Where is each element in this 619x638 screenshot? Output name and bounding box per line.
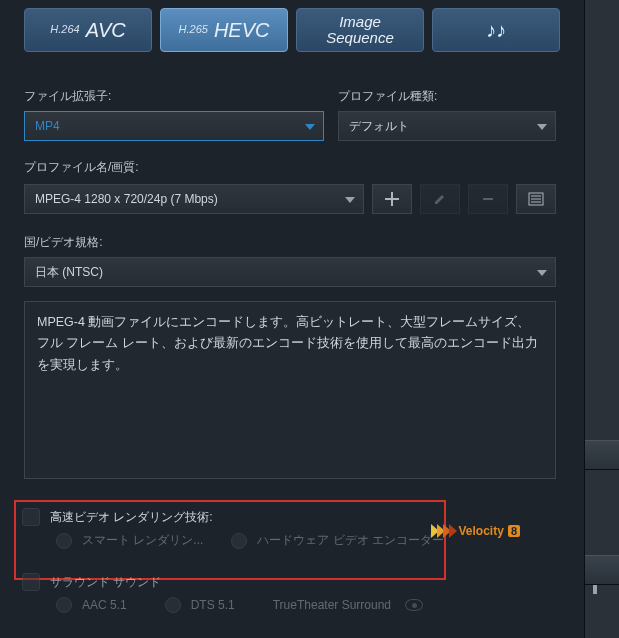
profile-description: MPEG-4 動画ファイルにエンコードします。高ビットレート、大型フレームサイズ… bbox=[24, 301, 556, 479]
radio-dts51 bbox=[165, 597, 181, 613]
remove-profile-button bbox=[468, 184, 508, 214]
tab-image-sequence[interactable]: Image Sequence bbox=[296, 8, 424, 52]
add-profile-button[interactable] bbox=[372, 184, 412, 214]
svg-rect-0 bbox=[483, 198, 493, 200]
radio-smart-rendering bbox=[56, 533, 72, 549]
eye-icon bbox=[405, 599, 423, 611]
minus-icon bbox=[481, 192, 495, 206]
select-file-extension-value: MP4 bbox=[35, 119, 60, 133]
tab-h264-label: AVC bbox=[86, 20, 126, 41]
tab-h264-avc[interactable]: H.264 AVC bbox=[24, 8, 152, 52]
tab-seq-line2: Sequence bbox=[326, 30, 394, 46]
list-icon bbox=[528, 192, 544, 206]
chevron-down-icon bbox=[537, 270, 547, 276]
velocity-badge: Velocity 8 bbox=[431, 524, 520, 538]
select-file-extension[interactable]: MP4 bbox=[24, 111, 324, 141]
music-icon: ♪♪ bbox=[486, 20, 506, 41]
tab-h265-hevc[interactable]: H.265 HEVC bbox=[160, 8, 288, 52]
label-region: 国/ビデオ規格: bbox=[24, 234, 556, 251]
checkbox-fast-render bbox=[22, 508, 40, 526]
label-truetheater: TrueTheater Surround bbox=[273, 598, 391, 612]
plus-icon bbox=[385, 192, 399, 206]
select-region[interactable]: 日本 (NTSC) bbox=[24, 257, 556, 287]
tab-h264-prefix: H.264 bbox=[50, 24, 79, 36]
chevron-down-icon bbox=[537, 124, 547, 130]
radio-aac51 bbox=[56, 597, 72, 613]
label-hardware-encoder: ハードウェア ビデオ エンコーダー bbox=[257, 532, 444, 549]
profile-details-button[interactable] bbox=[516, 184, 556, 214]
select-profile-name[interactable]: MPEG-4 1280 x 720/24p (7 Mbps) bbox=[24, 184, 364, 214]
tab-h265-prefix: H.265 bbox=[179, 24, 208, 36]
tab-audio[interactable]: ♪♪ bbox=[432, 8, 560, 52]
chevron-down-icon bbox=[345, 197, 355, 203]
label-dts51: DTS 5.1 bbox=[191, 598, 235, 612]
chevron-icon bbox=[449, 524, 457, 538]
chevron-down-icon bbox=[305, 124, 315, 130]
label-aac51: AAC 5.1 bbox=[82, 598, 127, 612]
velocity-number: 8 bbox=[508, 525, 520, 537]
edit-profile-button bbox=[420, 184, 460, 214]
label-smart-rendering: スマート レンダリン... bbox=[82, 532, 203, 549]
label-profile-type: プロファイル種類: bbox=[338, 88, 556, 105]
label-file-extension: ファイル拡張子: bbox=[24, 88, 324, 105]
label-profile-name: プロファイル名/画質: bbox=[24, 159, 556, 176]
pencil-icon bbox=[433, 192, 447, 206]
radio-hardware-encoder bbox=[231, 533, 247, 549]
tab-h265-label: HEVC bbox=[214, 20, 270, 41]
checkbox-surround bbox=[22, 573, 40, 591]
select-profile-type-value: デフォルト bbox=[349, 118, 409, 135]
velocity-label: Velocity bbox=[459, 524, 504, 538]
label-fast-render: 高速ビデオ レンダリング技術: bbox=[50, 509, 213, 526]
select-profile-type[interactable]: デフォルト bbox=[338, 111, 556, 141]
select-region-value: 日本 (NTSC) bbox=[35, 264, 103, 281]
label-surround: サラウンド サウンド bbox=[50, 574, 161, 591]
tab-seq-line1: Image bbox=[339, 14, 381, 30]
select-profile-name-value: MPEG-4 1280 x 720/24p (7 Mbps) bbox=[35, 192, 218, 206]
